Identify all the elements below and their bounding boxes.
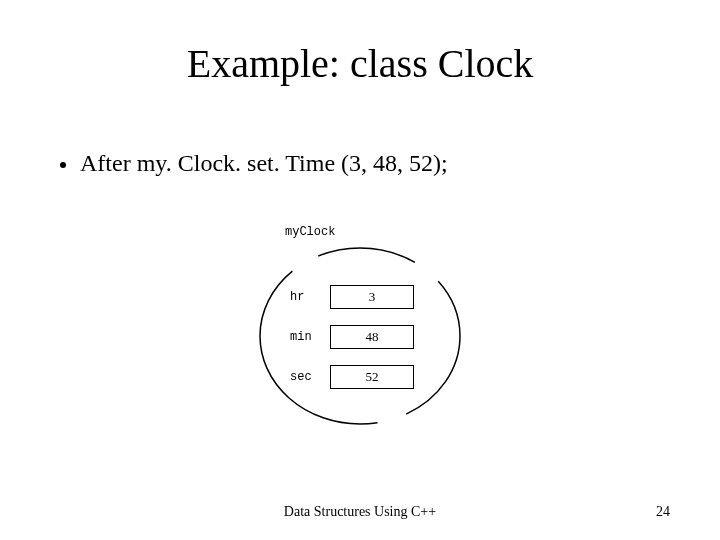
bullet-dot-icon (60, 162, 66, 168)
object-name-label: myClock (285, 225, 335, 239)
field-label-hr: hr (290, 290, 330, 304)
bullet-text: After my. Clock. set. Time (3, 48, 52); (80, 150, 448, 177)
field-value-hr: 3 (330, 285, 414, 309)
field-label-sec: sec (290, 370, 330, 384)
object-diagram: myClock hr 3 min 48 sec 52 (230, 225, 490, 435)
field-row-sec: sec 52 (290, 365, 414, 389)
field-row-min: min 48 (290, 325, 414, 349)
page-number: 24 (656, 504, 670, 520)
field-row-hr: hr 3 (290, 285, 414, 309)
footer-text: Data Structures Using C++ (0, 504, 720, 520)
slide: Example: class Clock After my. Clock. se… (0, 0, 720, 540)
field-value-sec: 52 (330, 365, 414, 389)
bullet-item: After my. Clock. set. Time (3, 48, 52); (60, 150, 448, 177)
field-value-min: 48 (330, 325, 414, 349)
field-label-min: min (290, 330, 330, 344)
slide-title: Example: class Clock (0, 40, 720, 87)
